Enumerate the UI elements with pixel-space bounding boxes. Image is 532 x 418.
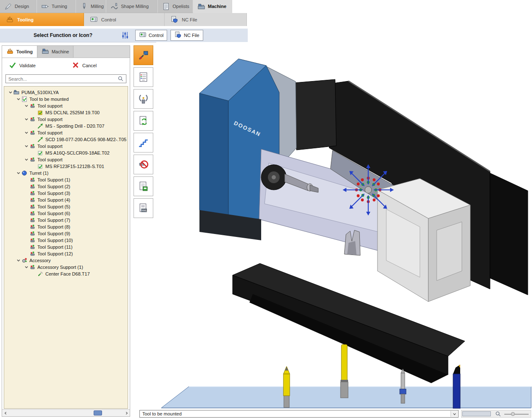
tree-item[interactable]: MS RF123F15-1212B-S.T01 [4, 163, 128, 170]
tree-horizontal-scrollbar[interactable] [2, 409, 130, 416]
cross-icon [72, 61, 79, 70]
tree-item[interactable]: MS DCLNL 2525M 19.T00 [4, 109, 128, 116]
tree-item[interactable]: MS A16Q-SCLCR09-18AE.T02 [4, 150, 128, 156]
tree-item[interactable]: Tool Support (12) [4, 250, 128, 257]
tree-item[interactable]: Tool Support (10) [4, 237, 128, 244]
report-document-button[interactable] [134, 176, 153, 196]
viewport-horizontal-scrollbar[interactable] [461, 410, 531, 418]
chevron-down-icon[interactable] [16, 96, 21, 102]
tab-label: Design [15, 4, 29, 9]
scroll-left-arrow[interactable] [2, 410, 9, 416]
tree-item[interactable]: Accessory Support (1) [4, 264, 128, 271]
scrollbar-thumb[interactable] [94, 410, 102, 415]
tree-item[interactable]: Tool support [4, 116, 128, 123]
tree-item[interactable]: Tool to be mounted [4, 96, 128, 103]
panel-tab-tooling[interactable]: Tooling [2, 46, 37, 58]
support-node-icon [29, 116, 36, 122]
chevron-down-icon[interactable] [8, 89, 13, 95]
tray-tool-grooving[interactable] [453, 365, 460, 408]
tree-item[interactable]: Tool Support (4) [4, 197, 128, 203]
export-xml-button[interactable]: XML [134, 198, 153, 218]
magazine-steps-button[interactable] [134, 133, 153, 152]
support-node-icon [29, 190, 36, 196]
tree-item[interactable]: SCD 198-077-200 ACG5 908-M22-.T05 [4, 136, 128, 143]
tree-item[interactable]: Tool Support (3) [4, 190, 128, 197]
chevron-down-icon[interactable] [16, 258, 21, 263]
tree-item[interactable]: Tool support [4, 129, 128, 136]
sub-tab-nc-file[interactable]: NC File [165, 13, 247, 26]
chevron-down-icon[interactable] [24, 116, 29, 122]
chevron-down-icon[interactable] [24, 157, 29, 163]
tree-item[interactable]: Accessory [4, 257, 128, 264]
tree-item-label: Tool Support (3) [37, 191, 70, 196]
tree-item[interactable]: Tool Support (7) [4, 217, 128, 223]
tree-item[interactable]: Tool support [4, 156, 128, 163]
viewport-3d[interactable]: DOOSAN [156, 42, 532, 409]
tab-opelists[interactable]: Opelists [158, 0, 193, 13]
chevron-down-icon[interactable] [24, 143, 29, 149]
insert-green-icon [37, 150, 44, 156]
cancel-button[interactable]: Cancel [72, 61, 97, 70]
machine-icon [197, 3, 205, 11]
tree-item[interactable]: Tool Support (11) [4, 244, 128, 250]
tab-design[interactable]: Design [0, 0, 37, 13]
tab-shape-milling[interactable]: Shape Milling [106, 0, 158, 13]
tree-item-label: MS A16Q-SCLCR09-18AE.T02 [45, 150, 110, 155]
chevron-placeholder [24, 237, 29, 243]
tree-item-label: Center Face D68.T17 [45, 271, 90, 276]
drill-node-icon [37, 137, 44, 142]
tool-list-button[interactable] [134, 67, 153, 87]
control-button[interactable]: Control [135, 30, 167, 41]
sub-tab-control[interactable]: Control [84, 13, 165, 26]
tree-item[interactable]: Tool Support (5) [4, 203, 128, 210]
tray-tool-rod[interactable] [341, 344, 348, 398]
update-document-button[interactable] [134, 111, 153, 131]
tree-item[interactable]: Tool Support (9) [4, 230, 128, 237]
remove-tool-button[interactable] [134, 155, 153, 174]
tab-machine[interactable]: Machine [193, 0, 232, 13]
support-node-icon [29, 251, 36, 257]
validate-button[interactable]: Validate [9, 61, 36, 70]
scroll-right-arrow[interactable] [123, 410, 130, 416]
tree-item-label: Tool to be mounted [29, 97, 69, 102]
mount-tool-button[interactable] [134, 45, 153, 65]
chevron-placeholder [24, 197, 29, 203]
tree-item[interactable]: Tool Support (1) [4, 176, 128, 183]
sub-tab-tooling[interactable]: Tooling [0, 13, 84, 26]
tree-item[interactable]: PUMA_5100XLYA [4, 89, 128, 96]
tree-item[interactable]: Tool support [4, 143, 128, 150]
shape-milling-icon [110, 3, 118, 11]
dropdown-arrow-button[interactable] [451, 411, 458, 417]
tree-item[interactable]: Tool Support (6) [4, 210, 128, 217]
support-node-icon [29, 197, 36, 203]
tray-tool-pointed[interactable] [283, 366, 290, 407]
zoom-slider-thumb[interactable] [511, 412, 515, 416]
tool-state-dropdown[interactable]: Tool to be mounted [139, 410, 459, 418]
tree-item[interactable]: Center Face D68.T17 [4, 271, 128, 277]
tb-list-icon [138, 71, 149, 83]
tree-item-label: Tool Support (4) [37, 197, 70, 202]
milling-icon [80, 3, 88, 11]
chevron-down-icon[interactable] [24, 103, 29, 109]
zoom-magnifier-icon[interactable] [495, 411, 501, 417]
tree-item[interactable]: Tool Support (2) [4, 183, 128, 190]
take-tool-button[interactable] [134, 89, 153, 109]
tree-item[interactable]: Tool support [4, 103, 128, 109]
search-input[interactable] [5, 74, 126, 83]
chevron-down-icon[interactable] [24, 264, 29, 270]
tool-manipulator-widget[interactable] [343, 164, 394, 216]
tree-item[interactable]: MS - Spotting Drill - D20.T07 [4, 123, 128, 129]
nc-file-button[interactable]: NC File [170, 30, 203, 41]
control-button-label: Control [149, 33, 163, 38]
panel-tab-machine[interactable]: Machine [37, 46, 74, 58]
sub-tab-label: Tooling [17, 17, 34, 22]
tree-item[interactable]: Tool Support (8) [4, 223, 128, 230]
tree-item[interactable]: Turret (1) [4, 170, 128, 176]
tab-turning[interactable]: Turning [37, 0, 76, 13]
check-icon [9, 61, 16, 70]
chevron-down-icon[interactable] [16, 170, 21, 176]
tab-milling[interactable]: Milling [76, 0, 106, 13]
scrollbar-thumb[interactable] [462, 411, 491, 416]
tree-item-label: Tool Support (11) [37, 244, 73, 250]
chevron-down-icon[interactable] [24, 130, 29, 136]
